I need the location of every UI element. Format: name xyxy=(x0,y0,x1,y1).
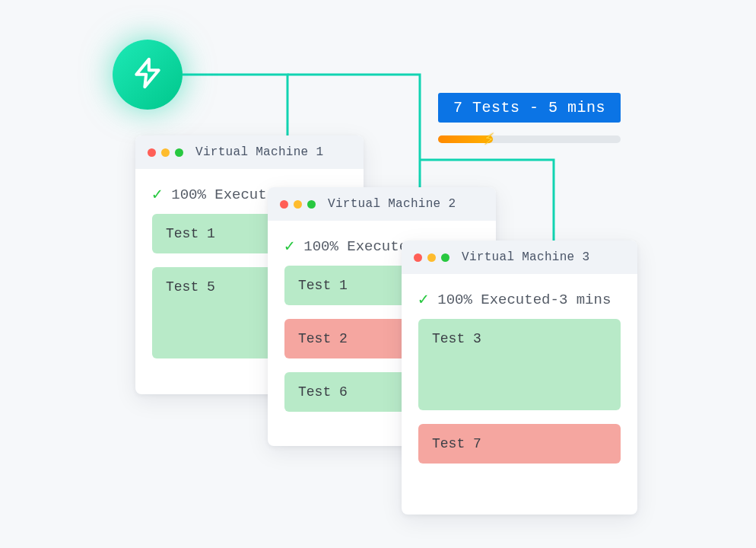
titlebar: Virtual Machine 3 xyxy=(402,241,637,274)
summary-badge: 7 Tests - 5 mins xyxy=(438,93,621,123)
test-card: Test 3 xyxy=(418,319,621,410)
test-name: Test 1 xyxy=(298,278,348,293)
minimize-icon[interactable] xyxy=(427,253,436,262)
lightning-badge xyxy=(113,40,183,110)
check-icon: ✓ xyxy=(284,236,294,256)
test-card: Test 7 xyxy=(418,424,621,464)
progress-bar: ⚡ xyxy=(438,135,621,143)
status-row: ✓ 100% Executed-3 mins xyxy=(402,274,637,319)
test-name: Test 3 xyxy=(432,331,481,346)
test-name: Test 1 xyxy=(166,226,215,241)
close-icon[interactable] xyxy=(148,148,156,157)
window-controls xyxy=(148,148,183,157)
test-name: Test 7 xyxy=(432,436,481,451)
window-controls xyxy=(414,253,449,262)
close-icon[interactable] xyxy=(280,200,288,209)
window-title: Virtual Machine 2 xyxy=(328,197,456,211)
lightning-icon xyxy=(131,56,164,94)
window-controls xyxy=(280,200,316,209)
maximize-icon[interactable] xyxy=(307,200,316,209)
test-name: Test 5 xyxy=(166,279,215,295)
maximize-icon[interactable] xyxy=(175,148,183,157)
status-text: 100% Executed-3 mins xyxy=(437,292,611,308)
minimize-icon[interactable] xyxy=(294,200,302,209)
titlebar: Virtual Machine 1 xyxy=(135,135,364,169)
tests-list: Test 3 Test 7 xyxy=(402,319,637,480)
summary-text: 7 Tests - 5 mins xyxy=(453,99,605,116)
maximize-icon[interactable] xyxy=(441,253,449,262)
minimize-icon[interactable] xyxy=(161,148,170,157)
window-title: Virtual Machine 3 xyxy=(462,250,589,264)
test-name: Test 6 xyxy=(298,384,348,400)
vm-window-3: Virtual Machine 3 ✓ 100% Executed-3 mins… xyxy=(402,241,637,515)
check-icon: ✓ xyxy=(152,184,162,205)
svg-marker-0 xyxy=(136,59,158,87)
test-name: Test 2 xyxy=(298,331,348,346)
progress-bolt-icon: ⚡ xyxy=(484,128,494,150)
titlebar: Virtual Machine 2 xyxy=(268,187,496,221)
window-title: Virtual Machine 1 xyxy=(195,145,323,159)
check-icon: ✓ xyxy=(418,289,428,310)
close-icon[interactable] xyxy=(414,253,422,262)
